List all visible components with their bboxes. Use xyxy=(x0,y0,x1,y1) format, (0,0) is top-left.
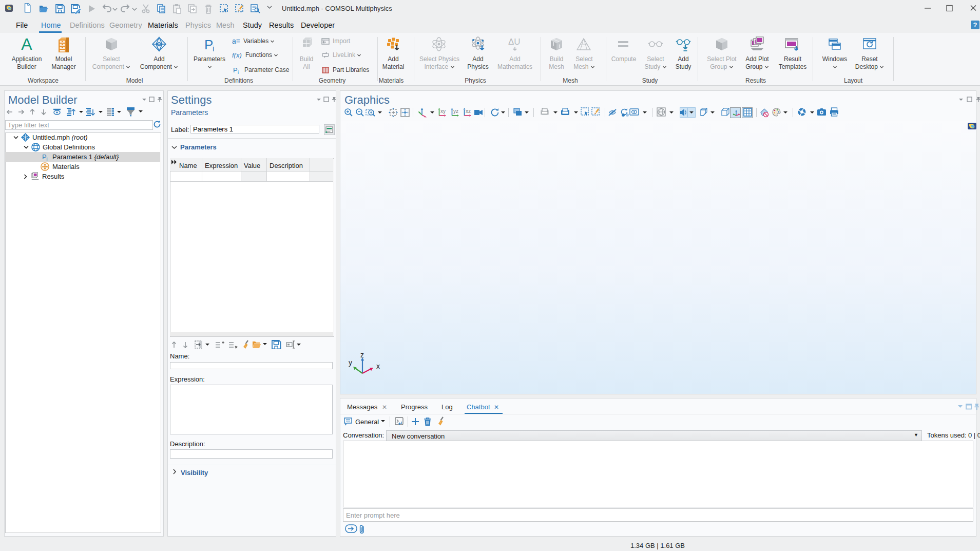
svg-text:a=: a= xyxy=(232,37,240,45)
svg-text:A: A xyxy=(21,36,32,52)
svg-text:P: P xyxy=(233,66,238,74)
svg-text:xz: xz xyxy=(466,108,471,114)
svg-text:P: P xyxy=(42,153,47,161)
svg-text:yz: yz xyxy=(453,108,458,114)
svg-text:ΔU: ΔU xyxy=(508,37,521,47)
svg-text:i: i xyxy=(213,44,214,52)
svg-text:P: P xyxy=(204,37,213,52)
svg-text:z: z xyxy=(360,351,364,359)
svg-text:General: General xyxy=(355,418,379,426)
svg-text:x: x xyxy=(376,362,380,370)
svg-text:f(x): f(x) xyxy=(232,51,242,59)
svg-text:i: i xyxy=(238,70,239,74)
svg-text:i: i xyxy=(47,157,48,162)
svg-text:y: y xyxy=(349,358,352,367)
svg-text:xy: xy xyxy=(440,108,446,114)
